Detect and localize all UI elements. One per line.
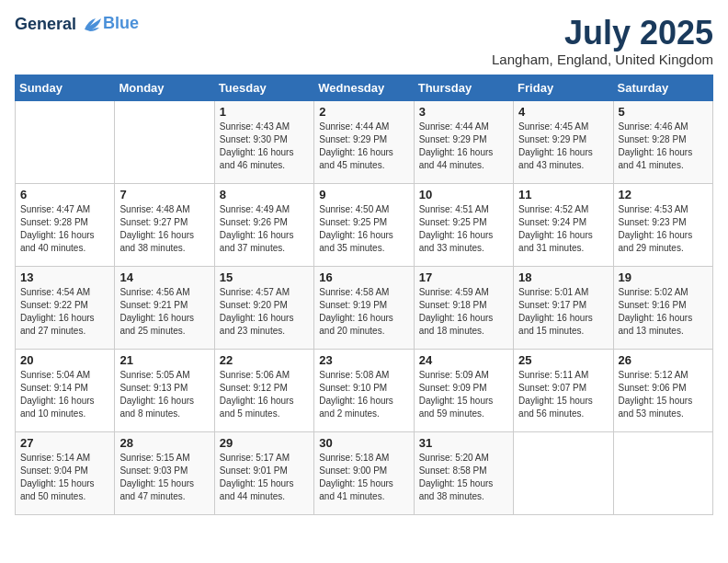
calendar-cell: 17Sunrise: 4:59 AMSunset: 9:18 PMDayligh… [414, 266, 513, 349]
day-info: Sunrise: 4:43 AMSunset: 9:30 PMDaylight:… [220, 121, 309, 172]
calendar-cell: 15Sunrise: 4:57 AMSunset: 9:20 PMDayligh… [214, 266, 313, 349]
calendar-cell: 24Sunrise: 5:09 AMSunset: 9:09 PMDayligh… [414, 349, 513, 431]
day-number: 4 [518, 105, 608, 119]
day-number: 29 [220, 436, 309, 450]
day-number: 10 [419, 188, 508, 201]
calendar-cell: 30Sunrise: 5:18 AMSunset: 9:00 PMDayligh… [314, 431, 414, 514]
day-info: Sunrise: 4:45 AMSunset: 9:29 PMDaylight:… [518, 121, 608, 172]
day-number: 16 [319, 270, 408, 284]
day-number: 24 [419, 353, 508, 367]
calendar-week-row: 27Sunrise: 5:14 AMSunset: 9:04 PMDayligh… [16, 431, 713, 514]
calendar-cell: 6Sunrise: 4:47 AMSunset: 9:28 PMDaylight… [16, 183, 115, 266]
page-header: General Blue July 2025 Langham, England,… [15, 15, 713, 67]
calendar-cell: 3Sunrise: 4:44 AMSunset: 9:29 PMDaylight… [414, 100, 513, 183]
calendar-week-row: 6Sunrise: 4:47 AMSunset: 9:28 PMDaylight… [16, 183, 713, 266]
day-number: 15 [220, 270, 309, 284]
day-number: 11 [518, 188, 608, 201]
day-number: 23 [319, 353, 408, 367]
day-number: 12 [619, 188, 708, 201]
day-number: 25 [518, 353, 608, 367]
day-number: 30 [319, 436, 408, 450]
day-info: Sunrise: 5:09 AMSunset: 9:09 PMDaylight:… [419, 369, 508, 420]
calendar-cell: 1Sunrise: 4:43 AMSunset: 9:30 PMDaylight… [214, 100, 313, 183]
day-info: Sunrise: 5:05 AMSunset: 9:13 PMDaylight:… [119, 369, 209, 420]
day-info: Sunrise: 5:02 AMSunset: 9:16 PMDaylight:… [619, 286, 708, 338]
calendar-cell: 31Sunrise: 5:20 AMSunset: 8:58 PMDayligh… [414, 431, 513, 514]
day-header: Saturday [613, 75, 712, 100]
day-number: 17 [419, 270, 508, 284]
calendar-cell: 26Sunrise: 5:12 AMSunset: 9:06 PMDayligh… [613, 349, 712, 431]
calendar-cell: 4Sunrise: 4:45 AMSunset: 9:29 PMDaylight… [514, 100, 613, 183]
day-number: 1 [220, 105, 309, 119]
day-header: Friday [514, 75, 613, 100]
day-info: Sunrise: 4:54 AMSunset: 9:22 PMDaylight:… [20, 286, 109, 338]
day-info: Sunrise: 5:18 AMSunset: 9:00 PMDaylight:… [319, 452, 408, 503]
day-info: Sunrise: 5:12 AMSunset: 9:06 PMDaylight:… [619, 369, 708, 420]
logo: General Blue [15, 15, 139, 34]
day-info: Sunrise: 5:17 AMSunset: 9:01 PMDaylight:… [220, 452, 309, 503]
day-number: 19 [619, 270, 708, 284]
logo-line1: General [15, 15, 76, 33]
day-number: 8 [220, 188, 309, 201]
day-info: Sunrise: 4:44 AMSunset: 9:29 PMDaylight:… [419, 121, 508, 172]
calendar-cell [115, 100, 214, 183]
day-info: Sunrise: 4:53 AMSunset: 9:23 PMDaylight:… [619, 203, 708, 255]
calendar-cell: 21Sunrise: 5:05 AMSunset: 9:13 PMDayligh… [115, 349, 214, 431]
calendar-cell [514, 431, 613, 514]
day-info: Sunrise: 4:44 AMSunset: 9:29 PMDaylight:… [319, 121, 408, 172]
day-number: 9 [319, 188, 408, 201]
calendar-cell: 5Sunrise: 4:46 AMSunset: 9:28 PMDaylight… [613, 100, 712, 183]
day-info: Sunrise: 4:59 AMSunset: 9:18 PMDaylight:… [419, 286, 508, 338]
day-info: Sunrise: 4:58 AMSunset: 9:19 PMDaylight:… [319, 286, 408, 338]
calendar-cell: 27Sunrise: 5:14 AMSunset: 9:04 PMDayligh… [16, 431, 115, 514]
day-info: Sunrise: 4:49 AMSunset: 9:26 PMDaylight:… [220, 203, 309, 255]
calendar-table: SundayMondayTuesdayWednesdayThursdayFrid… [15, 75, 713, 515]
day-number: 21 [119, 353, 209, 367]
calendar-cell: 22Sunrise: 5:06 AMSunset: 9:12 PMDayligh… [214, 349, 313, 431]
calendar-cell: 23Sunrise: 5:08 AMSunset: 9:10 PMDayligh… [314, 349, 414, 431]
month-title: July 2025 [492, 15, 713, 52]
calendar-cell: 18Sunrise: 5:01 AMSunset: 9:17 PMDayligh… [514, 266, 613, 349]
day-number: 14 [119, 270, 209, 284]
calendar-week-row: 13Sunrise: 4:54 AMSunset: 9:22 PMDayligh… [16, 266, 713, 349]
calendar-cell: 29Sunrise: 5:17 AMSunset: 9:01 PMDayligh… [214, 431, 313, 514]
day-info: Sunrise: 5:08 AMSunset: 9:10 PMDaylight:… [319, 369, 408, 420]
day-header: Sunday [16, 75, 115, 100]
day-number: 27 [20, 436, 109, 450]
calendar-cell: 16Sunrise: 4:58 AMSunset: 9:19 PMDayligh… [314, 266, 414, 349]
day-info: Sunrise: 5:06 AMSunset: 9:12 PMDaylight:… [220, 369, 309, 420]
calendar-cell: 14Sunrise: 4:56 AMSunset: 9:21 PMDayligh… [115, 266, 214, 349]
logo-bird-icon [83, 17, 103, 33]
location-text: Langham, England, United Kingdom [492, 52, 713, 67]
day-header: Tuesday [214, 75, 313, 100]
day-number: 6 [20, 188, 109, 201]
calendar-week-row: 1Sunrise: 4:43 AMSunset: 9:30 PMDaylight… [16, 100, 713, 183]
day-number: 20 [20, 353, 109, 367]
logo-text: General Blue [15, 15, 139, 34]
title-block: July 2025 Langham, England, United Kingd… [492, 15, 713, 67]
day-header: Monday [115, 75, 214, 100]
calendar-cell: 28Sunrise: 5:15 AMSunset: 9:03 PMDayligh… [115, 431, 214, 514]
calendar-cell: 9Sunrise: 4:50 AMSunset: 9:25 PMDaylight… [314, 183, 414, 266]
calendar-cell: 10Sunrise: 4:51 AMSunset: 9:25 PMDayligh… [414, 183, 513, 266]
header-row: SundayMondayTuesdayWednesdayThursdayFrid… [16, 75, 713, 100]
day-header: Wednesday [314, 75, 414, 100]
day-info: Sunrise: 4:57 AMSunset: 9:20 PMDaylight:… [220, 286, 309, 338]
day-number: 7 [119, 188, 209, 201]
day-info: Sunrise: 5:14 AMSunset: 9:04 PMDaylight:… [20, 452, 109, 503]
calendar-cell [613, 431, 712, 514]
day-number: 28 [119, 436, 209, 450]
calendar-cell: 8Sunrise: 4:49 AMSunset: 9:26 PMDaylight… [214, 183, 313, 266]
day-info: Sunrise: 5:15 AMSunset: 9:03 PMDaylight:… [119, 452, 209, 503]
day-info: Sunrise: 4:51 AMSunset: 9:25 PMDaylight:… [419, 203, 508, 255]
day-info: Sunrise: 5:01 AMSunset: 9:17 PMDaylight:… [518, 286, 608, 338]
day-info: Sunrise: 5:04 AMSunset: 9:14 PMDaylight:… [20, 369, 109, 420]
day-info: Sunrise: 4:56 AMSunset: 9:21 PMDaylight:… [119, 286, 209, 338]
day-info: Sunrise: 4:46 AMSunset: 9:28 PMDaylight:… [619, 121, 708, 172]
day-info: Sunrise: 4:52 AMSunset: 9:24 PMDaylight:… [518, 203, 608, 255]
day-info: Sunrise: 5:20 AMSunset: 8:58 PMDaylight:… [419, 452, 508, 503]
calendar-cell: 2Sunrise: 4:44 AMSunset: 9:29 PMDaylight… [314, 100, 414, 183]
day-number: 5 [619, 105, 708, 119]
day-number: 22 [220, 353, 309, 367]
calendar-week-row: 20Sunrise: 5:04 AMSunset: 9:14 PMDayligh… [16, 349, 713, 431]
